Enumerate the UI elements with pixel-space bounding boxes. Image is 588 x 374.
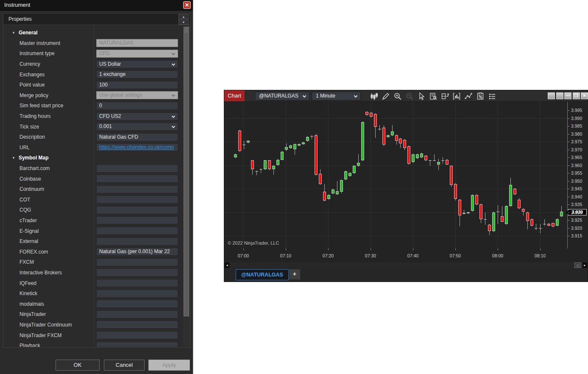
- chart-tab-bar: @NATURALGAS +: [224, 268, 588, 282]
- gridline-vertical: [413, 102, 413, 248]
- vertical-scrollbar[interactable]: [183, 26, 189, 347]
- order-entry-icon[interactable]: [441, 92, 449, 100]
- property-field-ninjatrader[interactable]: [96, 310, 178, 318]
- chevron-down-icon: [172, 114, 175, 117]
- property-field-interactive-brokers[interactable]: [96, 268, 178, 276]
- property-field-sim-feed-start-price[interactable]: 0: [96, 102, 178, 110]
- time-label: 07:00: [234, 253, 252, 258]
- dialog-titlebar[interactable]: Instrument ✕: [0, 0, 193, 11]
- zoom-out-icon: [405, 92, 414, 100]
- strategies-icon[interactable]: [476, 92, 485, 100]
- candle-up: [289, 145, 292, 148]
- maximize-icon[interactable]: ❐: [573, 92, 580, 99]
- candle-up: [412, 154, 415, 162]
- close-icon[interactable]: ✕: [581, 92, 588, 99]
- interval-link-button[interactable]: [556, 92, 563, 99]
- instrument-select[interactable]: @NATURALGAS: [255, 92, 309, 100]
- candle-up: [467, 212, 470, 213]
- tab-naturalgas[interactable]: @NATURALGAS: [236, 269, 289, 280]
- property-field-modalmais[interactable]: [96, 300, 178, 308]
- scroll-up-button[interactable]: ▲: [178, 14, 189, 19]
- property-field-ctrader[interactable]: [96, 216, 178, 224]
- property-field-exchanges[interactable]: 1 exchange: [96, 70, 178, 78]
- properties-list-icon[interactable]: [488, 92, 496, 100]
- price-label: 3.985: [571, 123, 582, 128]
- property-row-playback: Playback: [3, 341, 183, 347]
- property-field-e-signal[interactable]: [96, 227, 178, 235]
- property-field-trading-hours[interactable]: CFD US2: [96, 112, 178, 120]
- section-header-general[interactable]: ▼General: [3, 28, 183, 38]
- cancel-button[interactable]: Cancel: [104, 360, 145, 371]
- vertical-scrollbar-thumb[interactable]: [184, 27, 189, 316]
- property-row-kinetick: Kinetick: [3, 288, 183, 299]
- interval-select[interactable]: 1 Minute: [312, 92, 361, 100]
- indicators-icon[interactable]: [452, 92, 461, 100]
- property-label: FXCM: [3, 259, 94, 265]
- url-link-field[interactable]: https://www.cityindex.co.uk/comn: [96, 143, 178, 151]
- candle-up: [264, 160, 267, 169]
- property-field-barchart-com[interactable]: [96, 165, 178, 173]
- price-tick: [568, 150, 569, 150]
- candle-down: [382, 128, 385, 145]
- property-field-cot[interactable]: [96, 195, 178, 204]
- bars-style-icon[interactable]: [370, 92, 378, 100]
- scroll-left-arrow-icon[interactable]: ◄: [225, 262, 229, 268]
- candle-doji: [539, 228, 542, 229]
- ok-button[interactable]: OK: [56, 360, 100, 371]
- draw-line-icon[interactable]: [464, 92, 473, 100]
- property-field-iqfeed[interactable]: [96, 279, 178, 287]
- zoom-in-icon[interactable]: [393, 92, 402, 100]
- property-field-ninjatrader-continuum[interactable]: [96, 321, 178, 329]
- cursor-icon[interactable]: [417, 92, 426, 100]
- candle-up: [344, 171, 347, 179]
- property-field-tick-size[interactable]: 0.001: [96, 123, 178, 131]
- candle-doji: [535, 228, 538, 229]
- drawing-tools-icon[interactable]: [382, 92, 390, 100]
- property-field-kinetick[interactable]: [96, 290, 178, 298]
- time-axis[interactable]: 07:0007:1007:2007:3007:4007:5008:0008:10: [224, 248, 567, 262]
- candle-down: [547, 224, 550, 226]
- scroll-down-button[interactable]: ▼: [178, 20, 189, 25]
- horizontal-scrollbar-thumb[interactable]: [574, 262, 581, 268]
- minimize-icon[interactable]: —: [564, 92, 571, 99]
- property-field-currency[interactable]: US Dollar: [96, 60, 178, 68]
- property-label: URL: [3, 145, 94, 151]
- property-field-fxcm[interactable]: [96, 258, 178, 266]
- property-field-ninjatrader-fxcm[interactable]: [96, 331, 178, 339]
- price-tick: [568, 173, 569, 173]
- property-field-merge-policy: Use global settings: [96, 91, 178, 99]
- close-icon[interactable]: ✕: [183, 1, 191, 9]
- property-field-forex-com[interactable]: Natural Gas (per 0.001) Mar 22: [96, 248, 178, 256]
- property-row-cot: COT: [3, 195, 183, 205]
- property-label: Barchart.com: [3, 165, 94, 171]
- property-field-description[interactable]: Natural Gas CFD: [96, 133, 178, 141]
- property-label: IQFeed: [3, 280, 94, 286]
- candle-up: [336, 191, 339, 194]
- property-field-external[interactable]: [96, 237, 178, 246]
- property-field-point-value[interactable]: 100: [96, 81, 178, 89]
- property-label: Instrument type: [3, 50, 94, 56]
- property-label: Playback: [3, 343, 94, 347]
- time-label: 07:40: [404, 253, 422, 258]
- candle-down: [399, 139, 402, 143]
- property-field-playback[interactable]: [96, 342, 178, 347]
- instrument-link-button[interactable]: [548, 92, 555, 99]
- add-tab-button[interactable]: +: [289, 269, 300, 279]
- property-field-cqg[interactable]: [96, 206, 178, 214]
- property-label: Point value: [3, 82, 94, 88]
- scroll-right-arrow-icon[interactable]: ►: [582, 262, 587, 268]
- property-row-merge-policy: Merge policyUse global settings: [3, 90, 183, 101]
- property-field-continuum[interactable]: [96, 185, 178, 193]
- property-field-coinbase[interactable]: [96, 175, 178, 183]
- data-box-icon[interactable]: [429, 92, 438, 100]
- property-row-exchanges: Exchanges1 exchange: [3, 69, 183, 80]
- property-label: Interactive Brokers: [3, 270, 94, 276]
- price-label: 3.930: [571, 210, 582, 215]
- candle-doji: [441, 160, 444, 161]
- horizontal-scrollbar[interactable]: ◄ ►: [224, 262, 588, 268]
- candle-up: [437, 162, 440, 165]
- plot-area[interactable]: © 2022 NinjaTrader, LLC: [224, 102, 567, 248]
- section-header-symbol-map[interactable]: ▼Symbol Map: [3, 153, 183, 163]
- price-axis[interactable]: 3.930 3.9953.9903.9853.9803.9753.9703.96…: [567, 102, 588, 248]
- gridline-vertical: [328, 102, 329, 248]
